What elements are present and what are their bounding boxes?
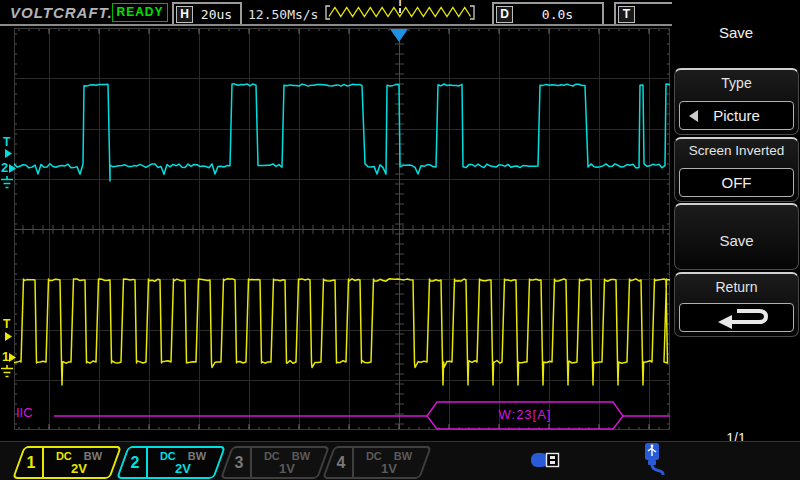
horizontal-timebase-box: H 20us — [172, 2, 242, 26]
soft-menu-sidebar: Save Type Picture Screen Inverted OFF Sa… — [672, 0, 800, 480]
ch2-trigger-level-label[interactable]: T — [3, 135, 17, 149]
trigger-position-marker[interactable] — [390, 29, 408, 42]
overview-trigger-tick — [399, 8, 401, 13]
channel1-scale: 2V — [44, 462, 114, 476]
delay-box: D 0.0s — [492, 2, 604, 26]
type-value: Picture — [713, 107, 760, 124]
delay-value: 0.0s — [513, 7, 602, 22]
trigger-icon: T — [618, 6, 635, 23]
ch2-position-arrow-icon[interactable] — [9, 164, 17, 173]
return-button[interactable] — [679, 303, 794, 332]
channel3-scale: 1V — [252, 462, 322, 476]
channel2-tag[interactable]: 2 DCBW 2V — [116, 446, 226, 479]
channel2-coupling: DC — [160, 450, 176, 462]
waveform-display — [14, 28, 670, 430]
acquisition-status-badge: READY — [112, 3, 168, 22]
screen-inverted-softkey[interactable]: Screen Inverted OFF — [674, 137, 799, 202]
channel4-scale: 1V — [354, 462, 424, 476]
save-label: Save — [675, 232, 798, 249]
topbar-divider — [0, 24, 674, 26]
ch1-trigger-level-label[interactable]: T — [3, 317, 17, 331]
back-arrow-icon — [701, 307, 773, 329]
channel1-coupling: DC — [56, 450, 72, 462]
channel4-number: 4 — [330, 448, 354, 477]
sample-rate: 12.50Ms/s — [248, 7, 318, 22]
timebase-value: 20us — [193, 7, 240, 22]
overview-trigger-marker: T — [394, 0, 406, 8]
delay-icon: D — [496, 6, 513, 23]
type-value-button[interactable]: Picture — [679, 101, 794, 130]
screen-inverted-value-button[interactable]: OFF — [679, 168, 794, 197]
channel3-tag[interactable]: 3 DCBW 1V — [220, 446, 330, 479]
channel-bar: 1 DCBW 2V 2 DCBW 2V 3 DCBW 1V — [0, 442, 800, 480]
channel3-number: 3 — [228, 448, 252, 477]
channel4-tag[interactable]: 4 DCBW 1V — [322, 446, 432, 479]
channel1-number: 1 — [20, 448, 44, 477]
channel4-bandwidth: BW — [394, 450, 412, 462]
channel1-tag[interactable]: 1 DCBW 2V — [12, 446, 122, 479]
ch1-position-arrow-icon[interactable] — [9, 353, 17, 362]
screen-inverted-value: OFF — [722, 174, 752, 191]
bus-decode-label: IIC — [16, 405, 33, 420]
channel4-coupling: DC — [366, 450, 382, 462]
channel2-number: 2 — [124, 448, 148, 477]
save-softkey[interactable]: Save — [674, 203, 799, 270]
return-label: Return — [675, 279, 798, 295]
horizontal-icon: H — [176, 6, 193, 23]
usb-storage-icon — [531, 448, 565, 474]
type-label: Type — [675, 75, 798, 91]
ch1-ground-icon — [0, 365, 14, 380]
return-softkey[interactable]: Return — [674, 272, 799, 337]
bus-frame-text: W:23[A] — [427, 407, 623, 422]
usb-device-icon — [637, 442, 669, 480]
type-softkey[interactable]: Type Picture — [674, 68, 799, 135]
channel2-scale: 2V — [148, 462, 218, 476]
ch2-trigger-arrow-icon[interactable] — [5, 149, 13, 158]
channel1-bandwidth: BW — [84, 450, 102, 462]
menu-title: Save — [672, 24, 800, 41]
ch2-ground-icon — [0, 176, 14, 191]
ch1-trigger-arrow-icon[interactable] — [5, 332, 13, 341]
oscilloscope-screen: VOLTCRAFT. READY H 20us 12.50Ms/s T D 0.… — [0, 0, 800, 480]
waveform-canvas — [14, 28, 670, 430]
channel3-bandwidth: BW — [292, 450, 310, 462]
chevron-left-icon — [689, 110, 698, 122]
screen-inverted-label: Screen Inverted — [675, 143, 798, 158]
channel3-coupling: DC — [264, 450, 280, 462]
brand-logo: VOLTCRAFT. — [10, 4, 113, 21]
channel2-bandwidth: BW — [188, 450, 206, 462]
trigger-box: T — [614, 2, 674, 26]
